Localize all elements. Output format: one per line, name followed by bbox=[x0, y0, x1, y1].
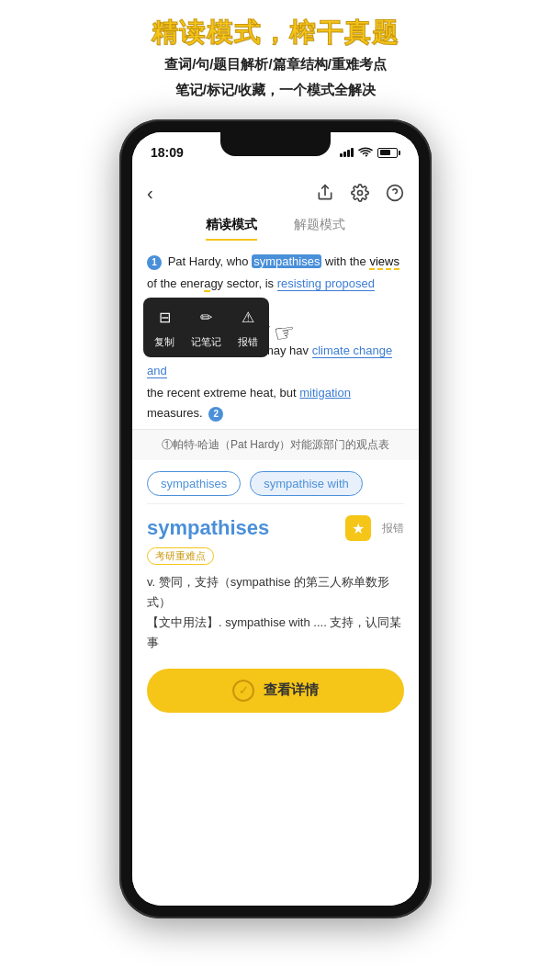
nav-icon-group bbox=[316, 184, 404, 202]
passage-text-7: the recent extreme heat, but bbox=[147, 386, 299, 400]
translation-bar: ①帕特·哈迪（Pat Hardy）对能源部门的观点表 bbox=[132, 429, 419, 460]
status-time: 18:09 bbox=[151, 145, 184, 160]
wifi-icon bbox=[358, 147, 373, 158]
view-details-button[interactable]: ✓ 查看详情 bbox=[147, 669, 404, 713]
banner-title: 精读模式，榨干真题 bbox=[18, 17, 533, 50]
para-num-1: 1 bbox=[147, 255, 162, 270]
context-menu: ⊟ 复制 ✏ 记笔记 ⚠ 报错 bbox=[143, 298, 269, 357]
main-content: 1 Pat Hardy, who sympathises with the vi… bbox=[132, 241, 419, 906]
menu-note[interactable]: ✏ 记笔记 bbox=[191, 305, 221, 350]
translation-text: ①帕特·哈迪（Pat Hardy）对能源部门的观点表 bbox=[162, 438, 390, 451]
passage-text-8: measures. bbox=[147, 406, 206, 420]
note-label: 记笔记 bbox=[191, 333, 221, 351]
tab-jingdu[interactable]: 精读模式 bbox=[206, 217, 257, 241]
note-icon: ✏ bbox=[200, 305, 212, 330]
chip-sympathises[interactable]: sympathises bbox=[147, 471, 241, 496]
phone-frame: 18:09 bbox=[0, 119, 551, 918]
link-resisting[interactable]: resisting proposed bbox=[277, 276, 375, 291]
signal-icon bbox=[340, 148, 354, 157]
passage-text-1: Pat Hardy, who bbox=[168, 254, 253, 268]
svg-point-1 bbox=[358, 191, 363, 196]
report-label: 报错 bbox=[238, 333, 258, 351]
banner-subtitle1: 查词/句/题目解析/篇章结构/重难考点 bbox=[18, 53, 533, 75]
definition-text-2: 【文中用法】. sympathise with .... 支持，认同某事 bbox=[147, 613, 404, 653]
report-icon: ⚠ bbox=[242, 305, 254, 330]
back-button[interactable]: ‹ bbox=[147, 184, 153, 202]
highlight-views: views bbox=[369, 254, 399, 270]
help-icon[interactable] bbox=[386, 184, 404, 202]
status-icons bbox=[340, 147, 400, 158]
chip-sympathise-with[interactable]: sympathise with bbox=[250, 471, 362, 496]
phone-notch bbox=[220, 132, 331, 156]
menu-report[interactable]: ⚠ 报错 bbox=[238, 305, 258, 350]
word-chips: sympathises sympathise with bbox=[132, 460, 419, 503]
share-icon[interactable] bbox=[316, 184, 334, 202]
reading-passage: 1 Pat Hardy, who sympathises with the vi… bbox=[132, 241, 419, 429]
check-icon: ✓ bbox=[232, 680, 254, 702]
phone-body: 18:09 bbox=[119, 119, 432, 918]
settings-icon[interactable] bbox=[351, 184, 369, 202]
star-icon: ★ bbox=[352, 520, 365, 537]
passage-text-3: of the eneragy sector, is bbox=[147, 276, 277, 292]
view-details-label: 查看详情 bbox=[264, 681, 319, 699]
highlight-sympathises[interactable]: sympathises bbox=[252, 254, 321, 268]
report-button[interactable]: 报错 bbox=[382, 521, 404, 536]
definition-text-1: v. 赞同，支持（sympathise 的第三人称单数形式） bbox=[147, 572, 404, 613]
passage-text-2: with the bbox=[325, 254, 369, 268]
tab-jieti[interactable]: 解题模式 bbox=[294, 217, 345, 241]
menu-copy[interactable]: ⊟ 复制 bbox=[154, 305, 174, 350]
copy-icon: ⊟ bbox=[159, 305, 171, 330]
copy-label: 复制 bbox=[154, 333, 174, 351]
banner: 精读模式，榨干真题 查词/句/题目解析/篇章结构/重难考点 笔记/标记/收藏，一… bbox=[0, 0, 551, 114]
word-header: sympathises ★ 报错 bbox=[147, 515, 404, 541]
star-button[interactable]: ★ bbox=[345, 515, 371, 541]
nav-bar: ‹ bbox=[132, 173, 419, 213]
tab-bar: 精读模式 解题模式 bbox=[132, 213, 419, 241]
link-mitigation[interactable]: mitigation bbox=[299, 386, 351, 400]
word-title: sympathises bbox=[147, 516, 269, 540]
battery-icon bbox=[377, 148, 400, 158]
phone-screen: 18:09 bbox=[132, 132, 419, 906]
para-num-2: 2 bbox=[208, 407, 223, 422]
word-definition-area: sympathises ★ 报错 考研重难点 v. 赞同，支持（sympathi… bbox=[132, 504, 419, 660]
banner-subtitle2: 笔记/标记/收藏，一个模式全解决 bbox=[18, 79, 533, 101]
difficulty-tag: 考研重难点 bbox=[147, 547, 214, 565]
